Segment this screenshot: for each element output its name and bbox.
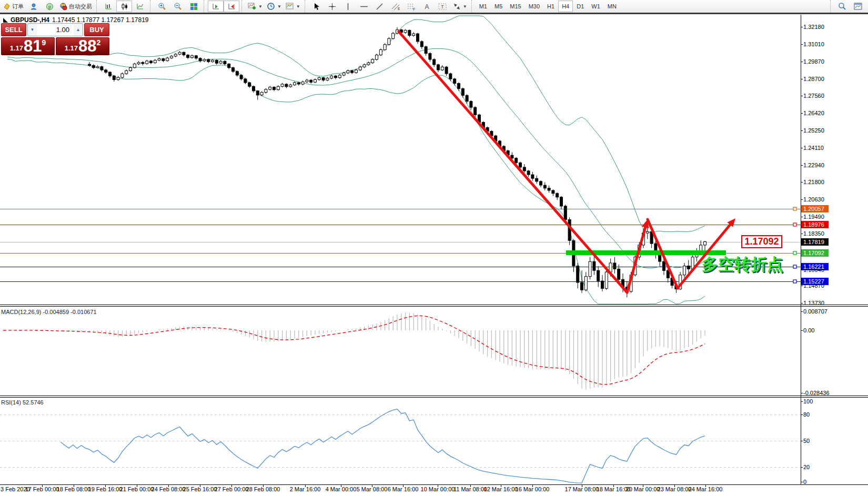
svg-text:1.25250: 1.25250 — [803, 127, 824, 134]
svg-text:23 Mar 08:00: 23 Mar 08:00 — [658, 486, 692, 492]
toolbar-group-insert: ▼ ▼ ▼ — [241, 0, 305, 13]
arrows-icon — [453, 3, 461, 11]
svg-text:F: F — [413, 7, 415, 11]
community-button[interactable] — [26, 1, 42, 12]
toolbar-group-scroll — [204, 0, 241, 13]
timeframe-button-mn[interactable]: MN — [604, 1, 620, 12]
new-order-icon — [3, 3, 11, 10]
autotrading-label: 自动交易 — [69, 3, 92, 11]
buy-price-quote[interactable]: 1.17 88 2 — [56, 37, 109, 55]
crosshair-button[interactable] — [325, 1, 340, 12]
crosshair-icon — [328, 3, 336, 11]
svg-text:1.22940: 1.22940 — [803, 162, 824, 168]
dropdown-caret: ▼ — [296, 4, 300, 9]
pane-frame — [0, 15, 868, 485]
rsi-value: 52.5746 — [23, 399, 44, 406]
chart-canvas[interactable]: 1.321801.310101.298701.287001.275601.264… — [0, 0, 868, 496]
horizontal-line-objects[interactable] — [0, 207, 801, 283]
price-callout-box[interactable]: 1.17092 — [741, 235, 782, 248]
svg-text:10 Mar 00:00: 10 Mar 00:00 — [421, 486, 455, 492]
new-order-button[interactable]: 订单 — [1, 1, 26, 12]
dropdown-caret: ▼ — [463, 4, 467, 9]
signals-button[interactable]: p — [42, 1, 57, 12]
chart-title: GBPUSD-,H4 1.17445 1.17877 1.17267 1.178… — [3, 16, 149, 24]
indicators-button[interactable]: ▼ — [246, 1, 265, 12]
buy-button[interactable]: BUY — [84, 23, 109, 36]
channel-button[interactable]: E — [388, 1, 403, 12]
new-order-label: 订单 — [12, 3, 24, 11]
search-button[interactable] — [834, 1, 850, 12]
candlestick-chart-button[interactable] — [116, 1, 132, 12]
macd-axis: 0.0087070.00-0.028436 — [801, 308, 830, 396]
zoom-out-button[interactable] — [170, 1, 186, 12]
buy-price-pip: 2 — [97, 38, 101, 47]
arrows-button[interactable]: ▼ — [451, 1, 469, 12]
horizontal-line-icon — [360, 4, 368, 9]
timeframe-button-m30[interactable]: M30 — [525, 1, 543, 12]
buy-price-prefix: 1.17 — [65, 44, 78, 52]
text-label-button[interactable]: T — [435, 1, 451, 12]
timeframe-button-m5[interactable]: M5 — [491, 1, 506, 12]
sell-price-quote[interactable]: 1.17 81 9 — [1, 37, 55, 55]
autotrading-icon — [59, 3, 67, 11]
volume-up-button[interactable]: ▲ — [74, 24, 83, 36]
svg-text:A: A — [425, 3, 429, 11]
timeframe-button-m1[interactable]: M1 — [476, 1, 491, 12]
toolbar-group-zoom — [150, 0, 204, 13]
text-button[interactable]: A — [419, 1, 435, 12]
macd-label: MACD(12,26,9) -0.004859 -0.010671 — [1, 309, 97, 315]
svg-text:0.008707: 0.008707 — [803, 308, 827, 315]
svg-text:25 Feb 16:00: 25 Feb 16:00 — [183, 486, 217, 492]
svg-text:1.24110: 1.24110 — [803, 145, 824, 151]
tile-windows-button[interactable] — [186, 1, 201, 12]
timeframe-button-w1[interactable]: W1 — [588, 1, 604, 12]
svg-text:50: 50 — [803, 438, 810, 444]
timeframe-button-h1[interactable]: H1 — [543, 1, 558, 12]
chart-window-icon — [854, 3, 862, 10]
autotrading-button[interactable]: 自动交易 — [57, 1, 94, 12]
templates-button[interactable]: ▼ — [284, 1, 302, 12]
svg-text:1.16221: 1.16221 — [803, 264, 824, 270]
sell-button[interactable]: SELL — [1, 23, 26, 36]
svg-text:1.29870: 1.29870 — [803, 58, 824, 65]
search-icon — [838, 2, 846, 11]
svg-text:20: 20 — [803, 464, 810, 470]
trendline-button[interactable] — [372, 1, 388, 12]
svg-text:20 Mar 00:00: 20 Mar 00:00 — [626, 486, 660, 492]
svg-text:1.28700: 1.28700 — [803, 76, 824, 82]
fibonacci-button[interactable]: F — [403, 1, 419, 12]
sell-price-big: 81 — [24, 39, 42, 54]
horizontal-line-button[interactable] — [356, 1, 372, 12]
cursor-button[interactable] — [309, 1, 325, 12]
fibonacci-icon: F — [407, 3, 416, 11]
bar-chart-icon — [105, 3, 113, 11]
periods-button[interactable]: ▼ — [265, 1, 284, 12]
line-chart-button[interactable] — [132, 1, 148, 12]
macd-histogram — [3, 313, 705, 390]
timeframe-button-m15[interactable]: M15 — [506, 1, 524, 12]
chart-window-button[interactable] — [850, 1, 866, 12]
volume-stepper: ▼ 1.00 ▲ — [27, 23, 83, 36]
bar-chart-button[interactable] — [100, 1, 116, 12]
dropdown-caret: ▼ — [277, 4, 281, 9]
buy-price-big: 88 — [78, 39, 96, 54]
svg-text:17 Feb 00:00: 17 Feb 00:00 — [25, 486, 59, 492]
line-chart-icon — [136, 3, 144, 11]
chinese-annotation[interactable]: 多空转折点 — [702, 254, 783, 276]
zoom-in-button[interactable] — [154, 1, 170, 12]
volume-value[interactable]: 1.00 — [37, 24, 74, 36]
timeframe-button-h4[interactable]: H4 — [558, 1, 573, 12]
symbol-period-label: GBPUSD-,H4 — [11, 16, 49, 24]
volume-down-button[interactable]: ▼ — [28, 24, 37, 36]
svg-text:17 Mar 08:00: 17 Mar 08:00 — [565, 486, 599, 492]
timeframe-button-d1[interactable]: D1 — [573, 1, 588, 12]
svg-text:12 Mar 16:00: 12 Mar 16:00 — [484, 486, 518, 492]
svg-text:1.18976: 1.18976 — [803, 221, 824, 228]
signal-icon: p — [46, 3, 54, 11]
svg-text:p: p — [48, 4, 51, 9]
vertical-line-icon — [346, 3, 350, 11]
vertical-line-button[interactable] — [340, 1, 356, 12]
svg-text:0.00: 0.00 — [803, 327, 814, 333]
auto-scroll-button[interactable] — [208, 1, 224, 12]
chart-shift-button[interactable] — [224, 1, 239, 12]
